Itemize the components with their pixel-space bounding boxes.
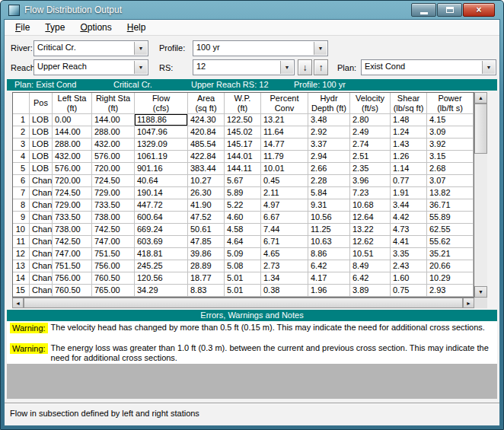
table-cell[interactable]: 13.21 [261, 114, 308, 126]
profile-dropdown[interactable]: 100 yr ▼ [193, 40, 328, 56]
table-cell[interactable]: 10.01 [261, 163, 308, 175]
table-cell[interactable]: 1.34 [261, 272, 308, 285]
table-cell[interactable]: 3.96 [350, 175, 391, 187]
horizontal-scrollbar[interactable]: ◄ ► [12, 298, 474, 308]
table-cell[interactable]: 18.77 [188, 272, 225, 285]
table-cell[interactable]: 733.50 [53, 212, 92, 224]
minimize-button[interactable] [411, 3, 436, 17]
table-cell[interactable]: 28.89 [188, 260, 225, 272]
table-cell[interactable]: 4.58 [225, 224, 261, 236]
table-cell[interactable]: 3.48 [308, 114, 350, 126]
table-cell[interactable]: 10.68 [350, 199, 391, 212]
table-cell[interactable]: 40.64 [135, 175, 188, 187]
table-cell[interactable]: 1.24 [391, 126, 427, 139]
table-cell[interactable]: 724.50 [53, 187, 92, 199]
table-cell[interactable]: 2.92 [308, 126, 350, 139]
table-cell[interactable]: 50.61 [188, 224, 225, 236]
table-cell[interactable]: 5.67 [225, 175, 261, 187]
table-cell[interactable]: 10.56 [308, 212, 350, 224]
table-cell[interactable]: 0.00 [53, 114, 92, 126]
table-cell[interactable]: 2.28 [308, 175, 350, 187]
scroll-right-button[interactable]: ► [463, 298, 474, 308]
table-cell[interactable]: 2.35 [350, 163, 391, 175]
table-cell[interactable]: 4.60 [225, 212, 261, 224]
table-cell[interactable]: 144.11 [225, 163, 261, 175]
table-cell[interactable]: Chan [30, 236, 53, 248]
scroll-up-button[interactable]: ▲ [474, 92, 487, 104]
vertical-scroll-thumb[interactable] [474, 104, 487, 154]
table-cell[interactable]: 1.91 [391, 187, 427, 199]
table-cell[interactable]: Chan [30, 199, 53, 212]
table-cell[interactable]: 8.83 [188, 285, 225, 297]
table-cell[interactable]: 47.52 [188, 212, 225, 224]
table-cell[interactable]: 600.64 [135, 212, 188, 224]
table-cell[interactable]: 14.77 [261, 139, 308, 151]
table-cell[interactable]: 603.69 [135, 236, 188, 248]
table-cell[interactable]: Chan [30, 248, 53, 260]
table-cell[interactable]: 432.00 [53, 151, 92, 163]
table-cell[interactable]: 747.00 [92, 236, 135, 248]
table-cell[interactable]: 5.01 [225, 272, 261, 285]
title-bar[interactable]: Flow Distribution Output × [4, 1, 500, 19]
table-cell[interactable]: 2.80 [350, 114, 391, 126]
table-cell[interactable]: 751.50 [53, 260, 92, 272]
table-cell[interactable]: 144.01 [225, 151, 261, 163]
chevron-down-icon[interactable]: ▼ [134, 61, 147, 74]
table-cell[interactable]: 742.50 [92, 224, 135, 236]
table-cell[interactable]: 3.35 [391, 248, 427, 260]
table-cell[interactable]: 35.21 [427, 248, 474, 260]
table-cell[interactable]: 485.54 [188, 139, 225, 151]
table-cell[interactable]: 5.22 [225, 199, 261, 212]
table-cell[interactable]: 13.22 [350, 224, 391, 236]
table-cell[interactable]: 10.63 [308, 236, 350, 248]
horizontal-scroll-thumb[interactable] [24, 298, 463, 308]
table-cell[interactable]: 12.62 [350, 236, 391, 248]
table-cell[interactable]: 418.81 [135, 248, 188, 260]
table-cell[interactable]: 1.96 [308, 285, 350, 297]
table-cell[interactable]: 0.45 [261, 175, 308, 187]
table-cell[interactable]: Chan [30, 224, 53, 236]
table-cell[interactable]: 4.42 [391, 212, 427, 224]
table-cell[interactable]: 6.42 [308, 260, 350, 272]
table-cell[interactable]: LOB [30, 114, 53, 126]
table-cell[interactable]: 11.79 [261, 151, 308, 163]
table-cell[interactable]: 720.00 [92, 163, 135, 175]
table-cell[interactable]: 13.82 [427, 187, 474, 199]
horizontal-scroll-track[interactable] [24, 298, 463, 308]
table-cell[interactable]: 724.50 [92, 175, 135, 187]
table-cell[interactable]: 3.37 [308, 139, 350, 151]
table-cell[interactable]: 2.68 [427, 163, 474, 175]
table-cell[interactable]: 2.11 [261, 187, 308, 199]
scroll-left-button[interactable]: ◄ [12, 298, 24, 308]
table-cell[interactable]: 1.60 [391, 272, 427, 285]
chevron-down-icon[interactable]: ▼ [314, 42, 327, 55]
table-cell[interactable]: Chan [30, 175, 53, 187]
menu-file[interactable]: File [9, 21, 36, 34]
table-cell[interactable]: 4.17 [308, 272, 350, 285]
table-cell[interactable]: 5.09 [225, 248, 261, 260]
table-cell[interactable]: 5.01 [225, 285, 261, 297]
table-cell[interactable]: 5.08 [225, 260, 261, 272]
table-cell[interactable]: 8.86 [308, 248, 350, 260]
plan-dropdown[interactable]: Exist Cond ▼ [361, 59, 496, 75]
rs-next-button[interactable]: ↑ [314, 59, 328, 75]
table-cell[interactable]: 9.31 [308, 199, 350, 212]
table-cell[interactable]: 41.90 [188, 199, 225, 212]
table-cell[interactable]: 122.50 [225, 114, 261, 126]
table-cell[interactable]: 36.71 [427, 199, 474, 212]
table-cell[interactable]: 3.07 [427, 175, 474, 187]
table-cell[interactable]: 6.42 [350, 272, 391, 285]
table-cell[interactable]: 1329.09 [135, 139, 188, 151]
table-cell[interactable]: 576.00 [53, 163, 92, 175]
table-cell[interactable]: 576.00 [92, 151, 135, 163]
table-cell[interactable]: 2.43 [391, 260, 427, 272]
table-cell[interactable]: 7.44 [261, 224, 308, 236]
table-cell[interactable]: 47.85 [188, 236, 225, 248]
table-cell[interactable]: LOB [30, 151, 53, 163]
maximize-button[interactable] [437, 3, 462, 17]
menu-type[interactable]: Type [39, 21, 71, 34]
table-cell[interactable]: 742.50 [53, 236, 92, 248]
table-cell[interactable]: 1.14 [391, 163, 427, 175]
river-dropdown[interactable]: Critical Cr. ▼ [33, 40, 148, 56]
table-cell[interactable]: 8.49 [350, 260, 391, 272]
